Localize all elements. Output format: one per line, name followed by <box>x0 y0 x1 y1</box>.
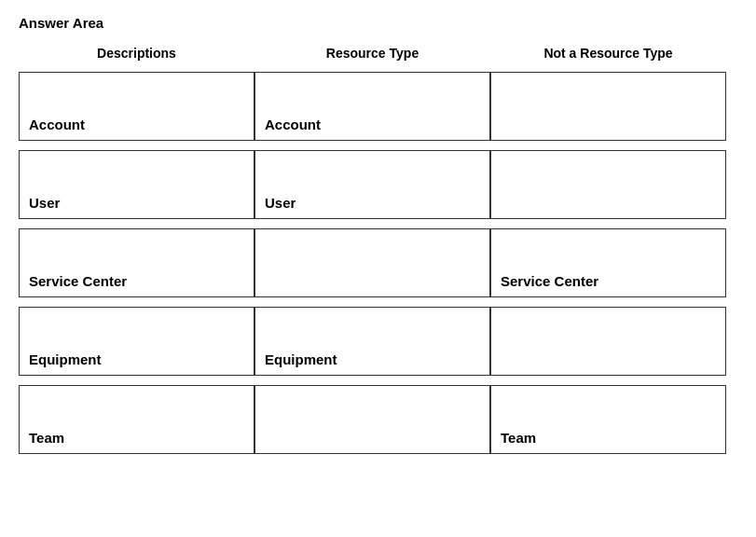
description-cell-0: Account <box>19 72 254 141</box>
resource-type-cell-1: User <box>254 150 490 219</box>
not-resource-type-cell-0 <box>490 72 726 141</box>
description-cell-1: User <box>19 150 254 219</box>
col-header-resource-type: Resource Type <box>254 42 490 64</box>
resource-type-cell-0: Account <box>254 72 490 141</box>
resource-type-cell-2 <box>254 228 490 297</box>
not-resource-type-cell-3 <box>490 307 726 376</box>
not-resource-type-cell-1 <box>490 150 726 219</box>
description-cell-4: Team <box>19 385 254 454</box>
resource-type-cell-3: Equipment <box>254 307 490 376</box>
not-resource-type-cell-4: Team <box>490 385 726 454</box>
description-cell-3: Equipment <box>19 307 254 376</box>
answer-area-label: Answer Area <box>19 15 737 31</box>
col-header-descriptions: Descriptions <box>19 42 254 64</box>
not-resource-type-cell-2: Service Center <box>490 228 726 297</box>
resource-type-cell-4 <box>254 385 490 454</box>
col-header-not-resource-type: Not a Resource Type <box>490 42 726 64</box>
description-cell-2: Service Center <box>19 228 254 297</box>
